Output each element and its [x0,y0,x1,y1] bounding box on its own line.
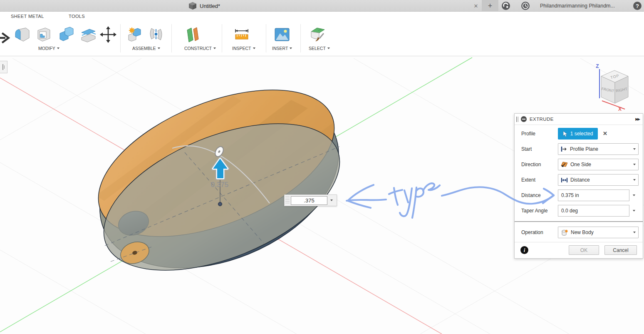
separator [266,24,266,52]
hollow-cube-icon[interactable] [34,25,53,44]
fusion360-window: Untitled* ✕ + Philandmarimanning Philand… [0,0,644,334]
tab-sheet-metal[interactable]: SHEET METAL [11,14,44,19]
tab-tools[interactable]: TOOLS [69,14,85,19]
distance-row: Distance [515,189,643,202]
dropdown-caret-icon [633,179,636,181]
cursor-icon [563,131,568,137]
separator [222,24,222,52]
joint-icon[interactable] [146,25,166,44]
help-icon[interactable]: ? [633,2,642,10]
select-brush-icon[interactable] [308,25,327,44]
document-title: Untitled* [200,3,220,9]
distance-extent-icon [561,177,568,183]
offset-face-icon[interactable] [79,25,98,44]
tab-close-button[interactable]: ✕ [471,0,481,12]
floating-dimension-box[interactable] [284,194,337,206]
partial-icon[interactable] [0,28,13,47]
user-name[interactable]: Philandmarimanning Philandm... [540,0,615,12]
extensions-icon[interactable] [501,1,510,10]
extent-row: Extent Distance [515,174,643,187]
info-icon[interactable]: i [520,246,528,254]
separator [171,24,172,52]
combine-bodies-icon[interactable] [57,25,76,44]
drag-grip-icon[interactable] [285,196,290,204]
dropdown-caret-icon [633,148,636,150]
extrude-dialog: EXTRUDE ▶▶ Profile 1 selected ✕ Start Pr… [514,113,643,259]
extent-dropdown[interactable]: Distance [558,174,639,186]
distance-value-input[interactable] [291,196,327,205]
dialog-header[interactable]: EXTRUDE ▶▶ [515,114,643,125]
dropdown-caret-icon [158,47,160,49]
operation-row: Operation New Body [515,227,643,239]
svg-text:Z: Z [596,63,599,69]
group-label-insert[interactable]: INSERT [272,46,292,51]
distance-field[interactable] [558,189,629,201]
taper-angle-row: Taper Angle [515,205,643,217]
dock-arrows-icon[interactable]: ▶▶ [635,117,639,121]
move-icon[interactable] [99,25,118,44]
ok-button[interactable]: OK [569,245,599,255]
dropdown-caret-icon [253,47,255,49]
clear-selection-button[interactable]: ✕ [603,130,607,137]
group-label-assemble[interactable]: ASSEMBLE [132,46,160,51]
dropdown-caret-icon [633,232,636,233]
panel-collapse-handle[interactable] [0,61,7,73]
separator [300,24,301,52]
new-tab-button[interactable]: + [482,0,498,12]
measure-icon[interactable] [232,25,251,44]
svg-text:X: X [618,106,622,112]
dropdown-caret-icon [290,47,292,49]
construct-plane-icon[interactable] [183,25,202,44]
profile-row: Profile 1 selected ✕ [515,128,643,140]
profile-plane-icon [561,146,567,152]
new-component-icon[interactable] [125,25,144,44]
dropdown-caret-icon[interactable] [633,194,635,196]
divider [515,242,643,242]
sketch-center-point [218,202,222,206]
dropdown-caret-icon [633,164,636,165]
group-label-select[interactable]: SELECT [309,46,330,51]
fillet-icon[interactable] [12,25,32,44]
dimension-value: 0.375 [211,181,229,189]
separator [120,24,121,52]
dropdown-caret-icon [213,47,216,49]
one-side-icon [561,162,568,168]
group-label-modify[interactable]: MODIFY [38,46,59,51]
clock-icon[interactable] [521,1,530,10]
title-bar: Untitled* ✕ + Philandmarimanning Philand… [0,0,644,12]
cancel-button[interactable]: Cancel [604,245,637,255]
dropdown-caret-icon[interactable] [633,210,635,212]
dropdown-caret-icon [57,47,59,49]
group-label-construct[interactable]: CONSTRUCT [184,46,216,51]
start-dropdown[interactable]: Profile Plane [558,143,639,155]
drag-grip-icon[interactable] [516,117,518,122]
operation-dropdown[interactable]: New Body [558,227,639,238]
collapse-circle-icon[interactable] [521,116,527,122]
dropdown-caret-icon[interactable] [330,199,333,201]
document-cube-icon [188,1,197,10]
direction-dropdown[interactable]: One Side [558,159,639,170]
divider [515,221,643,222]
start-row: Start Profile Plane [515,143,643,156]
direction-row: Direction One Side [515,159,643,171]
ribbon-toolbar: SHEET METAL TOOLS MODI [0,12,644,56]
profile-selected-chip[interactable]: 1 selected [558,128,598,140]
dropdown-caret-icon [327,47,330,49]
new-body-icon [561,229,568,236]
dialog-title: EXTRUDE [530,117,554,122]
document-tab[interactable]: Untitled* [188,0,220,12]
view-cube[interactable]: TOP FRONT RIGHT Z X [596,63,628,112]
group-label-inspect[interactable]: INSPECT [232,46,255,51]
taper-angle-field[interactable] [558,205,629,217]
insert-image-icon[interactable] [272,25,292,44]
